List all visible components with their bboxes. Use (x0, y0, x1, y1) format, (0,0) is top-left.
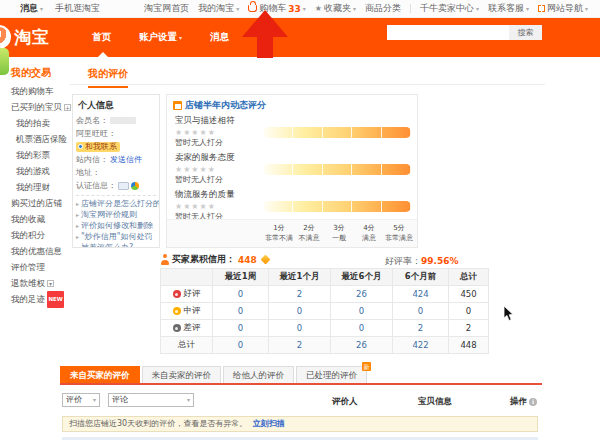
score-gradient-bar (264, 201, 411, 212)
score-row-description: 宝贝与描述相符 ★★★★★ 暂时无人打分 (167, 114, 417, 151)
cell-value[interactable]: 2 (269, 286, 331, 303)
sidebar-item-flight-hotel[interactable]: 机票酒店保险 (11, 131, 71, 147)
cell-value[interactable]: 2 (393, 320, 449, 337)
sidebar-item-shops-bought[interactable]: 购买过的店铺 (11, 195, 71, 211)
scores-panel-title: 店铺半年内动态评分 (185, 99, 266, 112)
tab-reviews-from-buyers[interactable]: 来自买家的评价 (60, 366, 140, 383)
scan-notice-text: 扫描您店铺近30天收到的评价，查看是否有异常。 (69, 419, 247, 428)
cell-value[interactable]: 0 (269, 320, 331, 337)
sidebar-item-cart[interactable]: 我的购物车 (11, 83, 71, 99)
sidebar-item-purchased[interactable]: 已买到的宝贝 + (11, 99, 71, 115)
col-last-week: 最近1周 (213, 269, 269, 286)
cell-value[interactable]: 0 (213, 320, 269, 337)
sidebar-item-auction[interactable]: 我的拍卖 (11, 115, 71, 131)
buyer-icon (160, 254, 169, 265)
categories-link[interactable]: 商品分类 (365, 2, 401, 15)
cell-value[interactable]: 26 (331, 286, 393, 303)
cell-value[interactable]: 0 (213, 337, 269, 354)
help-link-credit-fraud[interactable]: ▸ "炒作信用"如何处罚 (73, 231, 159, 242)
tab-processed-reviews[interactable]: 已处理的评价 新 (296, 366, 367, 383)
active-tab-notch (98, 52, 108, 57)
sidebar-item-footprints[interactable]: 我的足迹 NEW (11, 291, 71, 307)
cell-value[interactable]: 0 (331, 303, 393, 320)
search-input[interactable] (387, 25, 509, 40)
help-link-label: "炒作信用"如何处罚 (81, 231, 152, 242)
taobao-logo[interactable]: 淘宝 (0, 25, 50, 49)
table-row-neutral: 中评 0 0 0 0 0 (161, 303, 489, 320)
sidebar-item-refund-rights[interactable]: 退款维权 ▾ (11, 275, 71, 291)
cell-value[interactable]: 0 (269, 303, 331, 320)
cell-value[interactable]: 424 (393, 286, 449, 303)
messages-link[interactable]: 消息 ▾ (20, 2, 43, 15)
mouse-cursor (503, 306, 515, 326)
favorites-label: 收藏夹 (324, 2, 351, 15)
sidebar-item-lottery[interactable]: 我的彩票 (11, 147, 71, 163)
column-item-info: 宝贝信息 (418, 396, 452, 408)
help-link-label: 评价如何修改和删除 (81, 220, 153, 231)
divider (410, 4, 411, 13)
buyer-credit-score: 448 (238, 255, 257, 265)
tab-reviews-from-sellers[interactable]: 来自卖家的评价 (142, 366, 222, 383)
nav-messages-tab[interactable]: 消息 (210, 31, 229, 44)
scan-now-link[interactable]: 立刻扫描 (253, 419, 285, 428)
help-link-label: 被差评怎么办? (81, 242, 133, 248)
tab-reviews-to-others[interactable]: 给他人的评价 (223, 366, 294, 383)
comment-type-select[interactable]: 评论 ▾ (108, 393, 194, 407)
seller-center-link[interactable]: 千牛卖家中心 ▾ (420, 2, 479, 15)
reviews-filter-row: 评价 ▾ 评论 ▾ 评价人 宝贝信息 操作 i (60, 385, 542, 413)
send-mail-link[interactable]: 发送信件 (110, 154, 142, 165)
score-label: 卖家的服务态度 (175, 152, 409, 164)
mobile-taobao-link[interactable]: 手机逛淘宝 (55, 2, 100, 15)
address-label: 地址： (76, 167, 100, 178)
main-navbar: 淘宝 首页 账户设置 ▾ 消息 搜索 (0, 18, 600, 57)
column-actions: 操作 i (510, 396, 537, 408)
cell-value[interactable]: 0 (393, 303, 449, 320)
certification-badge-icon (131, 182, 139, 190)
sidebar-item-refund-label: 退款维权 (11, 275, 45, 291)
caret-down-icon: ▾ (187, 394, 190, 406)
site-nav-link[interactable]: 网站导航 ▾ (538, 2, 588, 15)
taobao-home-link[interactable]: 淘宝网首页 (144, 2, 189, 15)
cell-value[interactable]: 422 (393, 337, 449, 354)
cell-total: 448 (449, 337, 489, 354)
arrow-right-icon: ▸ (76, 231, 79, 242)
expand-plus-icon[interactable]: + (64, 104, 71, 111)
star-icon: ★ (315, 4, 322, 13)
scale-3: 3分一般 (324, 223, 354, 247)
score-label: 物流服务的质量 (175, 189, 409, 201)
nav-home-tab[interactable]: 首页 (92, 31, 111, 44)
favorites-link[interactable]: ★ 收藏夹 ▾ (315, 2, 356, 15)
sidebar-item-finance[interactable]: 我的理财 (11, 179, 71, 195)
cell-value[interactable]: 0 (213, 286, 269, 303)
my-taobao-link[interactable]: 我的淘宝 ▾ (198, 2, 239, 15)
cell-value[interactable]: 26 (331, 337, 393, 354)
info-icon[interactable]: i (529, 398, 537, 406)
cell-value[interactable]: 0 (331, 320, 393, 337)
help-link-bad-review[interactable]: ▸ 被差评怎么办? (73, 242, 159, 248)
positive-flower-icon (173, 290, 181, 298)
cell-value[interactable]: 0 (213, 303, 269, 320)
empty-header (161, 269, 213, 286)
contact-service-link[interactable]: 联系客服 ▾ (488, 2, 529, 15)
help-link-review-rules[interactable]: ▸ 淘宝网评价规则 (73, 209, 159, 220)
search-button[interactable]: 搜索 (509, 25, 542, 40)
score-label: 宝贝与描述相符 (175, 115, 409, 127)
scale-1: 1分非常不满 (264, 223, 294, 247)
wangwang-contact-button[interactable]: 和我联系 (76, 142, 120, 152)
review-type-select[interactable]: 评价 ▾ (62, 393, 100, 407)
help-link-how-scores-work[interactable]: ▸ 店铺评分是怎么打分的... (73, 198, 159, 209)
nav-account-settings-tab[interactable]: 账户设置 ▾ (139, 31, 182, 44)
sidebar-item-games[interactable]: 我的游戏 (11, 163, 71, 179)
sidebar-item-review-management[interactable]: 评价管理 (11, 259, 71, 275)
arrow-right-icon: ▸ (76, 242, 79, 248)
help-link-edit-delete[interactable]: ▸ 评价如何修改和删除 (73, 220, 159, 231)
arrow-right-icon: ▸ (76, 220, 79, 231)
expand-down-icon[interactable]: ▾ (47, 280, 54, 287)
sidebar-item-coupons[interactable]: 我的优惠信息 (11, 243, 71, 259)
messages-label: 消息 (20, 2, 38, 15)
cell-value[interactable]: 2 (269, 337, 331, 354)
sidebar-item-favorites[interactable]: 我的收藏 (11, 211, 71, 227)
wangwang-contact-label: 和我联系 (85, 141, 117, 152)
feedback-side-tab[interactable] (0, 48, 9, 75)
sidebar-item-points[interactable]: 我的积分 (11, 227, 71, 243)
